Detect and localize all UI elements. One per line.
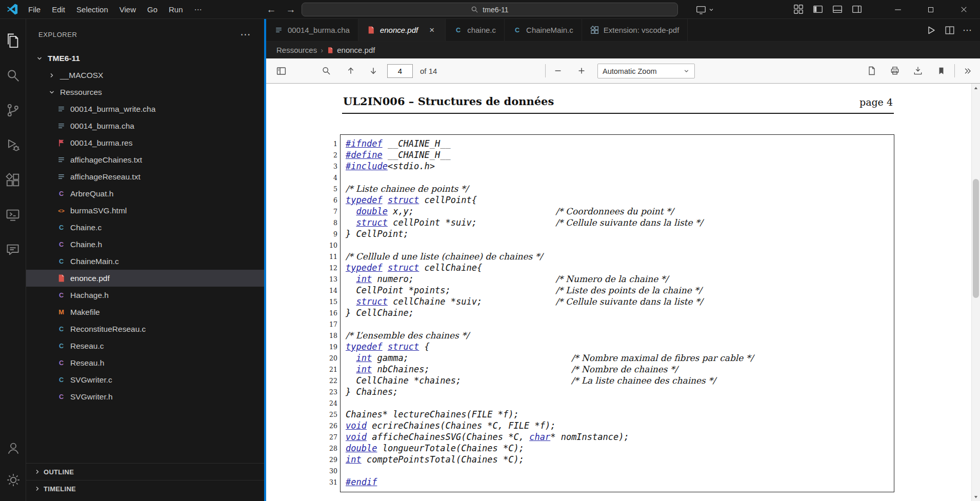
menu-run[interactable]: Run — [163, 3, 189, 16]
h-file-icon: C — [57, 358, 66, 367]
pdf-page-number-input[interactable] — [387, 64, 413, 78]
line-number: 22 — [317, 375, 337, 387]
scroll-down-icon[interactable] — [972, 492, 980, 501]
tree-item-affichagechaines.txt[interactable]: affichageChaines.txt — [26, 151, 264, 168]
maximize-button[interactable] — [914, 0, 947, 19]
editor-more-actions-icon[interactable]: ⋯ — [963, 26, 972, 35]
code-line-9: 9} CellPoint; — [346, 228, 894, 239]
close-button[interactable] — [947, 0, 980, 19]
close-tab-icon[interactable]: × — [427, 25, 437, 35]
code-line-28: 28double longueurTotale(Chaines *C); — [346, 443, 894, 454]
tree-item-tme6-11[interactable]: TME6-11 — [26, 50, 264, 67]
breadcrumb-folder[interactable]: Ressources — [276, 46, 317, 54]
pdf-print-icon[interactable] — [886, 62, 904, 79]
outline-section[interactable]: OUTLINE — [26, 463, 264, 480]
pdf-next-page-icon[interactable] — [365, 62, 382, 79]
tree-item-chainemain.c[interactable]: CChaineMain.c — [26, 253, 264, 270]
customize-layout-icon[interactable] — [793, 4, 804, 15]
scroll-up-icon[interactable] — [972, 84, 980, 92]
tree-item-chaine.h[interactable]: CChaine.h — [26, 236, 264, 253]
tab-extension-vscode-pdf[interactable]: Extension: vscode-pdf — [582, 19, 688, 41]
menu-view[interactable]: View — [114, 3, 142, 16]
tab-enonce.pdf[interactable]: enonce.pdf× — [358, 19, 446, 41]
pdf-scrollbar[interactable] — [971, 84, 980, 501]
m-file-icon: M — [57, 308, 66, 316]
tree-item-arbrequat.h[interactable]: CArbreQuat.h — [26, 185, 264, 202]
tab-chaine.c[interactable]: Cchaine.c — [446, 19, 505, 41]
pdf-bookmark-icon[interactable] — [932, 62, 950, 79]
split-editor-icon[interactable] — [944, 25, 955, 36]
explorer-more-actions-icon[interactable]: ⋯ — [240, 28, 251, 41]
pdf-more-tools-icon[interactable] — [958, 62, 976, 79]
tree-item-label: SVGwriter.h — [70, 392, 113, 402]
pdf-previous-page-icon[interactable] — [342, 62, 359, 79]
tree-item-svgwriter.c[interactable]: CSVGwriter.c — [26, 371, 264, 388]
code-comment: /* Cellule suivante dans la liste */ — [555, 217, 703, 228]
search-view-icon[interactable] — [0, 58, 26, 93]
tree-item-reconstituereseau.c[interactable]: CReconstitueReseau.c — [26, 320, 264, 337]
source-control-icon[interactable] — [0, 93, 26, 128]
toggle-secondary-sidebar-icon[interactable] — [851, 4, 863, 15]
tree-item-__macosx[interactable]: __MACOSX — [26, 67, 264, 84]
line-content: void ecrireChaines(Chaines *C, FILE *f); — [346, 420, 894, 431]
tree-item-svgwriter.h[interactable]: CSVGwriter.h — [26, 388, 264, 405]
tree-item-00014_burma.cha[interactable]: 00014_burma.cha — [26, 117, 264, 134]
pdf-zoom-select[interactable]: Automatic Zoom — [597, 64, 695, 78]
back-button[interactable]: ← — [263, 2, 280, 17]
breadcrumb-file[interactable]: enonce.pdf — [337, 46, 375, 54]
explorer-icon[interactable] — [0, 23, 26, 58]
scrollbar-thumb[interactable] — [973, 179, 979, 298]
command-center-search[interactable]: tme6-11 — [302, 3, 678, 16]
menu-selection[interactable]: Selection — [71, 3, 114, 16]
tree-item-00014_burma.res[interactable]: 00014_burma.res — [26, 134, 264, 151]
menubar-more[interactable]: ⋯ — [189, 3, 208, 16]
tree-item-burmasvg.html[interactable]: <>burmaSVG.html — [26, 202, 264, 219]
minimize-button[interactable] — [882, 0, 914, 19]
tree-item-hachage.h[interactable]: CHachage.h — [26, 287, 264, 304]
line-content: } CellChaine; — [346, 307, 894, 318]
extensions-icon[interactable] — [0, 163, 26, 197]
tree-item-makefile[interactable]: MMakefile — [26, 304, 264, 320]
line-number: 31 — [317, 476, 337, 488]
pdf-zoom-out-icon[interactable] — [549, 62, 567, 79]
tree-item-reseau.h[interactable]: CReseau.h — [26, 354, 264, 371]
tree-item-label: affichageChaines.txt — [70, 155, 142, 165]
run-button-icon[interactable] — [925, 24, 937, 36]
tree-item-reseau.c[interactable]: CReseau.c — [26, 337, 264, 354]
remote-window-button[interactable] — [695, 3, 714, 16]
menu-file[interactable]: File — [23, 3, 46, 16]
remote-explorer-icon[interactable] — [0, 197, 26, 232]
line-number: 1 — [317, 138, 337, 150]
tab-label: ChaineMain.c — [526, 26, 573, 34]
toggle-primary-sidebar-icon[interactable] — [812, 4, 824, 15]
timeline-section[interactable]: TIMELINE — [26, 480, 264, 497]
tab-00014-burma.cha[interactable]: 00014_burma.cha — [266, 19, 358, 41]
account-icon[interactable] — [0, 432, 26, 464]
pdf-search-icon[interactable] — [317, 62, 335, 79]
code-line-14: 14 CellPoint *points; /* Liste des point… — [346, 285, 894, 296]
chat-view-icon[interactable] — [0, 232, 26, 267]
pdf-sidebar-toggle-icon[interactable] — [272, 62, 290, 79]
menu-edit[interactable]: Edit — [46, 3, 71, 16]
toggle-panel-icon[interactable] — [832, 4, 843, 15]
code-line-10: 10 — [346, 239, 894, 251]
menu-go[interactable]: Go — [142, 3, 163, 16]
settings-gear-icon[interactable] — [0, 464, 26, 496]
tree-item-chaine.c[interactable]: CChaine.c — [26, 219, 264, 236]
tree-item-enonce.pdf[interactable]: enonce.pdf — [26, 270, 264, 287]
tab-chainemain.c[interactable]: CChaineMain.c — [505, 19, 582, 41]
pdf-open-file-icon[interactable] — [863, 62, 881, 79]
forward-button[interactable]: → — [282, 2, 299, 17]
code-line-17: 17 — [346, 318, 894, 330]
lines-file-icon — [57, 105, 66, 113]
pdf-zoom-in-icon[interactable] — [573, 62, 590, 79]
tree-item-affichagereseau.txt[interactable]: affichageReseau.txt — [26, 168, 264, 185]
c-file-icon: C — [57, 223, 66, 232]
run-and-debug-icon[interactable] — [0, 128, 26, 163]
tab-label: Extension: vscode-pdf — [604, 26, 679, 34]
editor-group: 00014_burma.chaenonce.pdf×Cchaine.cCChai… — [266, 19, 980, 501]
res-file-icon — [57, 138, 66, 147]
tree-item-00014_burma_write.cha[interactable]: 00014_burma_write.cha — [26, 101, 264, 117]
tree-item-ressources[interactable]: Ressources — [26, 84, 264, 101]
pdf-download-icon[interactable] — [909, 62, 927, 79]
